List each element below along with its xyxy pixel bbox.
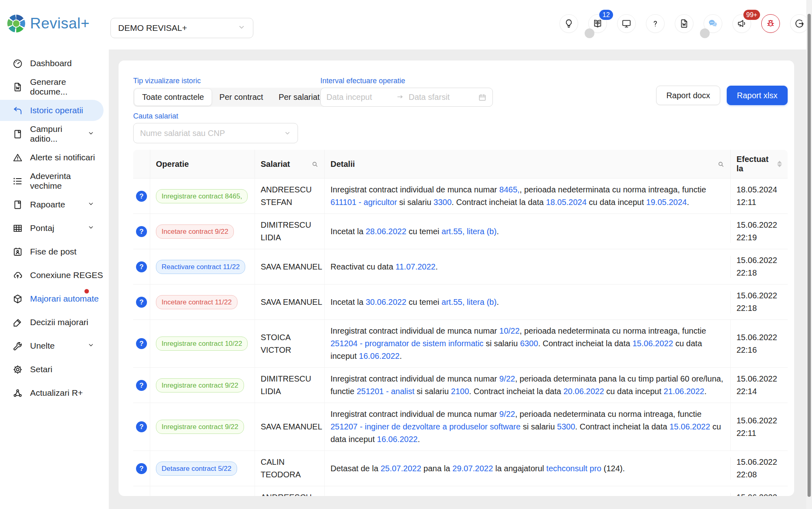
detail-link[interactable]: art.55, litera (b) [442,298,497,306]
detail-link[interactable]: 9/22 [499,410,515,418]
detail-link[interactable]: 15.06.2022 [633,339,673,348]
detail-link[interactable]: 251204 - programator de sistem informati… [330,339,484,348]
warning-icon [12,152,23,163]
sidebar-item-alerte-si-notificari[interactable]: Alerte si notificari [0,147,104,168]
detail-link[interactable]: 30.06.2022 [366,298,406,306]
help-icon[interactable]: ? [136,297,147,308]
sidebar-item-fise-de-post[interactable]: Fise de post [0,241,104,262]
detail-link[interactable]: 16.06.2022 [359,352,400,360]
interval-label: Interval efectuare operatie [320,77,493,86]
date-range-input[interactable]: Data inceput Data sfarsit [320,88,493,107]
detail-link[interactable]: 9/22 [499,374,515,383]
operation-cell: Inregistrare contract 9/22 [150,368,255,403]
detail-link[interactable]: 16.06.2022 [377,435,418,444]
employee-select[interactable]: Nume salariat sau CNP [133,123,298,143]
detail-link[interactable]: 18.05.2024 [546,198,587,207]
detail-text: Inregistrat contract individual de munca… [330,326,499,335]
detail-link[interactable]: 251201 - analist [356,387,414,396]
sidebar-item-unelte[interactable]: Unelte [0,335,104,356]
detail-link[interactable]: 3300 [434,198,452,207]
detail-link[interactable]: 2100 [451,387,469,396]
help-icon[interactable]: ? [136,226,147,237]
search-icon[interactable] [311,160,319,168]
help-icon[interactable]: ? [136,191,147,202]
detail-text: . [704,387,707,396]
detail-text: Inregistrat contract individual de munca… [330,185,499,194]
update-dot [84,289,89,293]
detail-link[interactable]: 251207 - inginer de dezvoltare a produse… [330,422,520,431]
detail-link[interactable]: 21.06.2022 [664,387,704,396]
operation-badge[interactable]: Inregistrare contract 9/22 [156,420,244,434]
column-header-efectuat-la[interactable]: Efectuat la [731,150,788,178]
table-row: ?Reactivare contract 11/22SAVA EMANUELRe… [133,249,788,284]
operation-badge[interactable]: Reactivare contract 11/22 [156,260,245,274]
detail-link[interactable]: 20.06.2022 [564,387,604,396]
sidebar-item-conexiune-reges[interactable]: Conexiune REGES [0,265,104,286]
operation-badge[interactable]: Detasare contract 5/22 [156,462,237,476]
scrollbar-thumb[interactable] [808,14,811,497]
sidebar-item-dashboard[interactable]: Dashboard [0,53,104,74]
performed-date: 18.05.2024 [736,183,782,196]
view-option-per-contract[interactable]: Per contract [212,89,271,106]
detail-link[interactable]: 10/22 [499,326,520,335]
topbar-button-chat-bubbles[interactable] [704,14,722,33]
topbar-button-word-doc[interactable] [675,14,693,33]
detail-link[interactable]: 19.05.2024 [646,198,687,207]
detail-link[interactable]: 6300 [520,339,538,348]
detail-link[interactable]: art.55, litera (b) [442,227,497,236]
date-end-input[interactable]: Data sfarsit [409,93,474,102]
sidebar-item-setari[interactable]: Setari [0,359,104,380]
sidebar-item-actualizari-r[interactable]: Actualizari R+ [0,382,104,403]
help-icon[interactable]: ? [136,463,147,474]
sidebar-item-majorari-automate[interactable]: Majorari automate [0,288,104,309]
detail-link[interactable]: 11.07.2022 [395,262,436,271]
topbar-button-monitor[interactable] [617,14,636,33]
employee-name: CALIN TEODORA [255,451,325,486]
topbar-button-lightbulb[interactable] [559,14,578,33]
detail-link[interactable]: 25.07.2022 [380,464,421,473]
detail-link[interactable]: 5300 [557,422,575,431]
history-table: Operatie Salariat Detalii Efectuat la ?I… [133,150,788,496]
help-icon[interactable]: ? [136,338,147,349]
operation-badge[interactable]: Inregistrare contract 9/22 [156,378,244,393]
detail-link[interactable]: 29.07.2022 [452,464,493,473]
performed-time: 22:19 [736,231,782,244]
view-option-per-salariat[interactable]: Per salariat [271,89,327,106]
help-icon[interactable]: ? [136,421,147,432]
sort-icon[interactable] [777,161,782,167]
operation-badge[interactable]: Incetare contract 9/22 [156,224,234,239]
topbar-button-book[interactable]: 12 [588,14,607,33]
topbar-button-question[interactable] [646,14,665,33]
sidebar-item-rapoarte[interactable]: Rapoarte [0,194,104,215]
sidebar-item-decizii-majorari[interactable]: Decizii majorari [0,312,104,333]
detail-text: Incetat la [330,298,366,306]
detail-link[interactable]: techconsult pro [546,464,602,473]
detail-text: . Contract incheiat la data [451,198,546,207]
operation-badge[interactable]: Incetare contract 11/22 [156,295,238,309]
sidebar-item-adeverinta-vechime[interactable]: Adeverinta vechime [0,170,104,192]
sidebar-item-pontaj[interactable]: Pontaj [0,218,104,239]
chevron-down-icon [87,341,95,351]
detail-link[interactable]: 8465, [499,185,520,194]
topbar-button-megaphone[interactable]: 99+ [732,14,751,33]
search-icon[interactable] [717,160,725,168]
detail-text: cu data inceput [587,198,646,207]
page-scrollbar[interactable] [806,0,812,509]
help-icon[interactable]: ? [136,380,147,391]
date-start-input[interactable]: Data inceput [326,93,392,102]
report-xlsx-button[interactable]: Raport xlsx [727,86,788,105]
sidebar-item-campuri-aditio[interactable]: Campuri aditio... [0,123,104,145]
sidebar-item-istoric-operatii[interactable]: Istoric operatii [0,100,104,121]
help-icon[interactable]: ? [136,261,147,272]
detail-link[interactable]: 15.06.2022 [669,422,710,431]
detail-link[interactable]: 28.06.2022 [366,227,406,236]
topbar-button-bug[interactable] [761,14,780,33]
detail-link[interactable]: 611101 - agricultor [330,198,397,207]
column-header-empty [133,150,150,178]
report-docx-button[interactable]: Raport docx [656,86,720,105]
operation-badge[interactable]: Inregistrare contract 8465, [156,189,248,203]
sidebar-item-generare-docume[interactable]: Generare docume... [0,76,104,97]
operation-badge[interactable]: Inregistrare contract 10/22 [156,336,248,351]
company-select[interactable]: DEMO REVISAL+ [110,18,253,38]
view-option-toate-contractele[interactable]: Toate contractele [134,89,212,106]
